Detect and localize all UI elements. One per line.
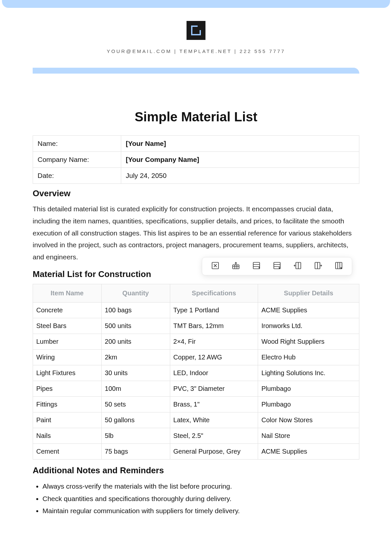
materials-cell: Wood Right Suppliers <box>258 334 359 349</box>
delete-column-icon <box>335 261 343 271</box>
brand-logo-icon <box>187 21 205 40</box>
add-column-before-icon <box>293 261 302 271</box>
materials-cell: Latex, White <box>170 412 258 428</box>
table-row: Fittings50 setsBrass, 1"Plumbago <box>33 396 359 412</box>
materials-cell: Steel Bars <box>33 318 102 334</box>
add-column-after-icon <box>314 261 322 271</box>
table-share-icon <box>232 261 240 271</box>
table-row: Wiring2kmCopper, 12 AWGElectro Hub <box>33 349 359 365</box>
materials-cell: Plumbago <box>258 396 359 412</box>
materials-cell: 50 sets <box>101 396 170 412</box>
overview-body: This detailed material list is curated e… <box>33 203 359 263</box>
table-toolbar <box>202 257 352 275</box>
materials-column-header: Quantity <box>101 284 170 302</box>
materials-cell: 200 units <box>101 334 170 349</box>
delete-row-button[interactable] <box>270 260 284 273</box>
materials-column-header: Supplier Details <box>258 284 359 302</box>
materials-cell: 100m <box>101 381 170 396</box>
materials-cell: 75 bags <box>101 443 170 459</box>
materials-cell: 50 gallons <box>101 412 170 428</box>
info-label: Date: <box>33 168 121 184</box>
materials-cell: 2×4, Fir <box>170 334 258 349</box>
delete-table-icon <box>211 261 220 271</box>
table-row: Nails5lbSteel, 2.5"Nail Store <box>33 428 359 443</box>
materials-cell: PVC, 3" Diameter <box>170 381 258 396</box>
delete-table-button[interactable] <box>209 260 222 273</box>
info-value: [Your Name] <box>121 136 359 152</box>
info-value: [Your Company Name] <box>121 152 359 168</box>
materials-cell: Paint <box>33 412 102 428</box>
materials-cell: Light Fixtures <box>33 365 102 381</box>
materials-cell: Nails <box>33 428 102 443</box>
table-row: Cement75 bagsGeneral Purpose, GreyACME S… <box>33 443 359 459</box>
info-row: Name:[Your Name] <box>33 136 359 152</box>
info-row: Company Name:[Your Company Name] <box>33 152 359 168</box>
materials-cell: Cement <box>33 443 102 459</box>
add-row-button[interactable] <box>250 260 263 273</box>
table-row: Pipes100mPVC, 3" DiameterPlumbago <box>33 381 359 396</box>
add-column-before-button[interactable] <box>291 260 304 273</box>
materials-cell: ACME Supplies <box>258 302 359 318</box>
info-label: Name: <box>33 136 121 152</box>
materials-cell: 30 units <box>101 365 170 381</box>
materials-cell: Steel, 2.5" <box>170 428 258 443</box>
materials-cell: Wiring <box>33 349 102 365</box>
list-item: Check quantities and specifications thor… <box>42 493 359 505</box>
materials-cell: Concrete <box>33 302 102 318</box>
materials-cell: Pipes <box>33 381 102 396</box>
table-row: Concrete100 bagsType 1 PortlandACME Supp… <box>33 302 359 318</box>
table-row: Lumber200 units2×4, FirWood Right Suppli… <box>33 334 359 349</box>
materials-cell: Ironworks Ltd. <box>258 318 359 334</box>
list-item: Always cross-verify the materials with t… <box>42 480 359 493</box>
table-share-button[interactable] <box>229 260 242 273</box>
info-table: Name:[Your Name]Company Name:[Your Compa… <box>33 135 359 184</box>
overview-heading: Overview <box>33 188 359 199</box>
materials-column-header: Item Name <box>33 284 102 302</box>
contact-line: YOUR@EMAIL.COM | TEMPLATE.NET | 222 555 … <box>33 48 359 54</box>
section-accent-bar <box>33 68 359 74</box>
info-value: July 24, 2050 <box>121 168 359 184</box>
add-column-after-button[interactable] <box>312 260 325 273</box>
table-row: Paint50 gallonsLatex, WhiteColor Now Sto… <box>33 412 359 428</box>
page-top-accent <box>2 0 390 8</box>
page-title: Simple Material List <box>33 110 359 124</box>
delete-column-button[interactable] <box>332 260 345 273</box>
materials-cell: Lighting Solutions Inc. <box>258 365 359 381</box>
materials-cell: General Purpose, Grey <box>170 443 258 459</box>
materials-cell: Copper, 12 AWG <box>170 349 258 365</box>
materials-cell: Nail Store <box>258 428 359 443</box>
info-label: Company Name: <box>33 152 121 168</box>
add-row-icon <box>252 261 261 271</box>
materials-cell: ACME Supplies <box>258 443 359 459</box>
table-row: Light Fixtures30 unitsLED, IndoorLightin… <box>33 365 359 381</box>
delete-row-icon <box>273 261 281 271</box>
materials-cell: Color Now Stores <box>258 412 359 428</box>
materials-cell: TMT Bars, 12mm <box>170 318 258 334</box>
materials-cell: Fittings <box>33 396 102 412</box>
list-item: Maintain regular communication with supp… <box>42 505 359 517</box>
notes-list: Always cross-verify the materials with t… <box>33 480 359 517</box>
materials-cell: Plumbago <box>258 381 359 396</box>
materials-cell: 500 units <box>101 318 170 334</box>
materials-column-header: Specifications <box>170 284 258 302</box>
notes-heading: Additional Notes and Reminders <box>33 465 359 476</box>
document-page: YOUR@EMAIL.COM | TEMPLATE.NET | 222 555 … <box>0 21 392 537</box>
logo-block <box>33 21 359 40</box>
materials-cell: Brass, 1" <box>170 396 258 412</box>
table-row: Steel Bars500 unitsTMT Bars, 12mmIronwor… <box>33 318 359 334</box>
materials-cell: 100 bags <box>101 302 170 318</box>
materials-cell: LED, Indoor <box>170 365 258 381</box>
materials-cell: Electro Hub <box>258 349 359 365</box>
materials-cell: 5lb <box>101 428 170 443</box>
materials-cell: Lumber <box>33 334 102 349</box>
materials-cell: 2km <box>101 349 170 365</box>
materials-table: Item NameQuantitySpecificationsSupplier … <box>33 284 359 460</box>
info-row: Date:July 24, 2050 <box>33 168 359 184</box>
materials-cell: Type 1 Portland <box>170 302 258 318</box>
